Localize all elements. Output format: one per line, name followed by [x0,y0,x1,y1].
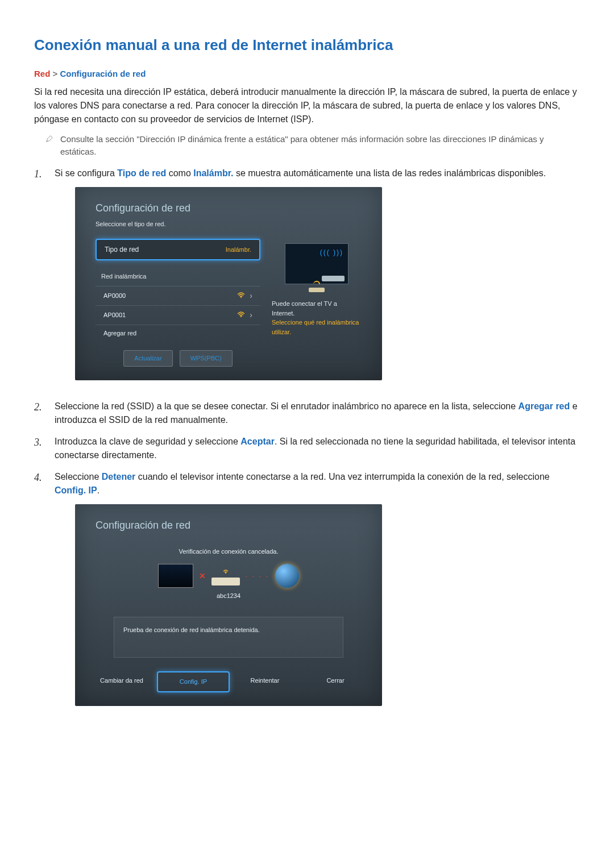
help-line-1: Puede conectar el TV a Internet. [272,299,362,318]
help-line-2a: Seleccione qué red inalámbrica [272,318,362,327]
breadcrumb: Red > Configuración de red [34,68,580,81]
step-4: Seleccione Detener cuando el televisor i… [34,470,580,717]
refresh-button[interactable]: Actualizar [123,350,172,367]
step2-bold: Agregar red [518,401,570,411]
network-item-ap0001[interactable]: AP0001 › [96,305,260,325]
config-ip-button[interactable]: Config. IP [157,671,230,692]
svg-point-0 [240,297,242,298]
tv-device-illustration: ((( ))) [285,243,349,284]
step1-bold2: Inalámbr. [193,168,233,178]
signal-icon: ((( ))) [320,247,343,258]
step4-mid: cuando el televisor intente conectarse a… [135,472,549,481]
step-1: Si se configura Tipo de red como Inalámb… [34,167,580,392]
step2-pre: Seleccione la red (SSID) a la que se des… [55,401,518,411]
network-type-field[interactable]: Tipo de red Inalámbr. [96,239,260,260]
network-config-panel-2: Configuración de red Verificación de con… [75,504,382,706]
step1-bold1: Tipo de red [117,168,166,178]
connection-diagram: ✕ - - - - [96,564,362,588]
pencil-icon [45,135,53,143]
wps-button[interactable]: WPS(PBC) [180,350,233,367]
network-type-value: Inalámbr. [226,245,251,255]
step4-pre: Seleccione [55,472,102,481]
breadcrumb-sep: > [53,69,58,78]
step-2: Seleccione la red (SSID) a la que se des… [34,400,580,427]
x-fail-icon: ✕ [199,570,206,582]
panel2-title: Configuración de red [96,518,362,533]
breadcrumb-red: Red [34,69,50,78]
wifi-icon [237,310,245,320]
svg-point-1 [240,316,242,317]
add-network-row[interactable]: Agregar red [96,325,260,342]
add-network-label: Agregar red [103,329,136,338]
network-config-panel-1: Configuración de red Seleccione el tipo … [75,187,382,380]
intro-paragraph: Si la red necesita una dirección IP está… [34,85,580,126]
step1-mid: como [166,168,193,178]
chevron-right-icon: › [250,290,252,302]
close-button[interactable]: Cerrar [300,671,371,692]
network-name: AP0001 [103,310,126,320]
wireless-section-label: Red inalámbrica [96,269,260,286]
note-text: Consulte la sección "Dirección IP dinámi… [60,133,580,159]
breadcrumb-config: Configuración de red [60,69,146,78]
status-message-box: Prueba de conexión de red inalámbrica de… [114,617,343,658]
network-type-label: Tipo de red [105,244,139,255]
step3-bold: Aceptar [240,437,275,446]
wifi-icon [237,291,245,301]
router-standalone-icon [309,288,325,292]
tv-icon [158,564,193,588]
connection-dots: - - - - [246,572,270,580]
step1-post: se muestra automáticamente una lista de … [233,168,546,178]
svg-point-2 [225,572,226,574]
step4-bold1: Detener [102,472,136,481]
help-line-2b: utilizar. [272,327,362,337]
note-row: Consulte la sección "Dirección IP dinámi… [45,133,580,159]
panel1-title: Configuración de red [96,201,362,216]
retry-button[interactable]: Reintentar [230,671,300,692]
globe-icon [275,564,299,588]
step-3: Introduzca la clave de seguridad y selec… [34,435,580,462]
network-name: AP0000 [103,291,126,301]
change-network-button[interactable]: Cambiar da red [86,671,157,692]
ssid-label: abc1234 [96,591,362,601]
step4-bold2: Config. IP [55,485,97,495]
step4-post: . [97,485,99,495]
step1-pre: Si se configura [55,168,117,178]
chevron-right-icon: › [250,309,252,321]
panel1-sub: Seleccione el tipo de red. [96,219,362,229]
step3-pre: Introduzca la clave de seguridad y selec… [55,437,240,446]
router-icon [211,566,240,585]
page-title: Conexión manual a una red de Internet in… [34,34,580,56]
panel2-status: Verificación de conexión cancelada. [96,547,362,556]
wifi-antenna-icon [222,566,230,576]
router-mini-icon [322,276,345,281]
network-item-ap0000[interactable]: AP0000 › [96,286,260,305]
